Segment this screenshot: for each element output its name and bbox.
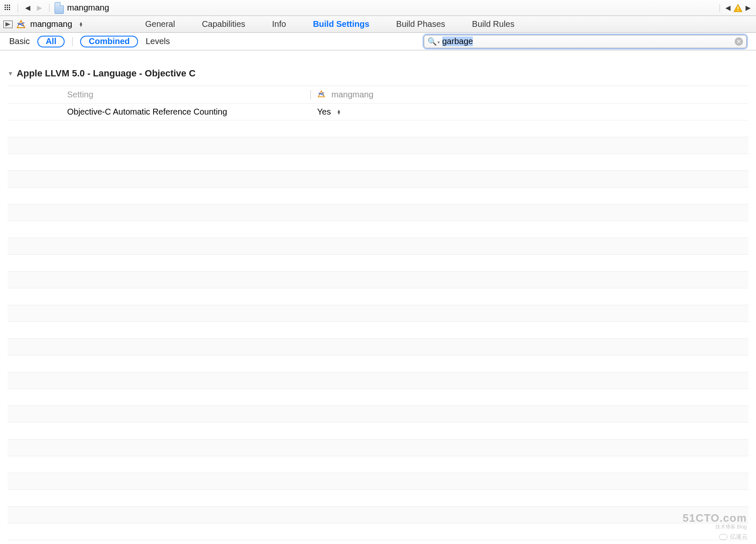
search-input[interactable] bbox=[442, 37, 735, 46]
cloud-icon bbox=[719, 534, 727, 540]
empty-rows bbox=[8, 120, 748, 540]
svg-rect-6 bbox=[5, 9, 6, 10]
search-icon[interactable]: 🔍 bbox=[428, 37, 440, 46]
settings-table: Setting mangmang Objective-C Automatic R… bbox=[8, 86, 748, 540]
svg-rect-11 bbox=[738, 10, 738, 11]
divider bbox=[720, 4, 720, 12]
app-target-icon bbox=[16, 19, 26, 29]
setting-name-label: Objective-C Automatic Reference Counting bbox=[67, 107, 310, 117]
search-field-wrapper: 🔍 ✕ bbox=[424, 35, 747, 48]
filter-basic[interactable]: Basic bbox=[9, 37, 30, 46]
filter-all[interactable]: All bbox=[37, 36, 65, 47]
target-selector[interactable]: mangmang ▲▼ bbox=[13, 19, 86, 29]
svg-rect-2 bbox=[9, 5, 10, 6]
tab-build-settings[interactable]: Build Settings bbox=[313, 19, 369, 29]
svg-rect-5 bbox=[9, 7, 10, 8]
col-header-target: mangmang bbox=[331, 90, 373, 99]
table-header-row: Setting mangmang bbox=[8, 86, 748, 104]
divider bbox=[72, 37, 73, 46]
watermark-logo: 51CTO.com bbox=[683, 512, 747, 525]
tab-info[interactable]: Info bbox=[272, 19, 286, 29]
tab-capabilities[interactable]: Capabilities bbox=[202, 19, 245, 29]
editor-tabs: General Capabilities Info Build Settings… bbox=[145, 19, 514, 29]
divider bbox=[49, 4, 50, 12]
chevron-updown-icon: ▲▼ bbox=[79, 22, 83, 27]
svg-rect-8 bbox=[9, 9, 10, 10]
nav-back-button[interactable]: ◀ bbox=[23, 3, 32, 13]
breadcrumb-file-label: mangmang bbox=[67, 3, 109, 13]
clear-search-button[interactable]: ✕ bbox=[735, 37, 743, 46]
svg-rect-4 bbox=[7, 7, 8, 8]
filter-levels[interactable]: Levels bbox=[146, 37, 170, 46]
tab-build-rules[interactable]: Build Rules bbox=[472, 19, 514, 29]
warning-icon[interactable] bbox=[733, 4, 743, 12]
column-divider bbox=[310, 90, 311, 99]
svg-rect-10 bbox=[738, 6, 738, 9]
watermark-secondary-label: 亿速云 bbox=[730, 533, 748, 541]
editor-tabs-row: mangmang ▲▼ General Capabilities Info Bu… bbox=[0, 16, 756, 33]
build-settings-filter-bar: Basic All Combined Levels 🔍 ✕ bbox=[0, 33, 756, 50]
table-row[interactable]: Objective-C Automatic Reference Counting… bbox=[8, 104, 748, 120]
col-header-setting: Setting bbox=[67, 90, 310, 99]
svg-rect-3 bbox=[5, 7, 6, 8]
build-settings-content: ▼ Apple LLVM 5.0 - Language - Objective … bbox=[0, 50, 756, 540]
svg-rect-7 bbox=[7, 9, 8, 10]
watermark-secondary: 亿速云 bbox=[719, 533, 748, 541]
nav-forward-button: ▶ bbox=[35, 3, 44, 13]
related-items-button[interactable] bbox=[3, 3, 13, 13]
hide-targets-button[interactable] bbox=[3, 21, 13, 28]
grid-icon bbox=[5, 5, 11, 11]
disclosure-triangle-icon[interactable]: ▼ bbox=[8, 70, 13, 77]
top-toolbar: ◀ ▶ mangmang ◀ ▶ bbox=[0, 0, 756, 16]
target-name-label: mangmang bbox=[30, 19, 72, 29]
setting-value-cell[interactable]: Yes ▲▼ bbox=[317, 107, 748, 117]
divider bbox=[18, 4, 18, 12]
section-header[interactable]: ▼ Apple LLVM 5.0 - Language - Objective … bbox=[8, 56, 748, 83]
tab-general[interactable]: General bbox=[145, 19, 175, 29]
svg-marker-12 bbox=[5, 22, 10, 26]
filter-combined[interactable]: Combined bbox=[80, 36, 138, 47]
svg-rect-1 bbox=[7, 5, 8, 6]
breadcrumb[interactable]: mangmang bbox=[55, 2, 109, 14]
tab-build-phases[interactable]: Build Phases bbox=[396, 19, 445, 29]
watermark-subtitle: 技术博客 Blog bbox=[715, 523, 747, 531]
svg-rect-0 bbox=[5, 5, 6, 6]
setting-value-label: Yes bbox=[317, 107, 331, 117]
issue-nav-forward-button[interactable]: ▶ bbox=[743, 3, 753, 13]
chevron-updown-icon: ▲▼ bbox=[337, 110, 341, 115]
project-file-icon bbox=[55, 2, 64, 14]
section-title-label: Apple LLVM 5.0 - Language - Objective C bbox=[17, 68, 196, 79]
issue-nav-back-button[interactable]: ◀ bbox=[723, 3, 733, 13]
app-target-icon bbox=[317, 90, 327, 100]
